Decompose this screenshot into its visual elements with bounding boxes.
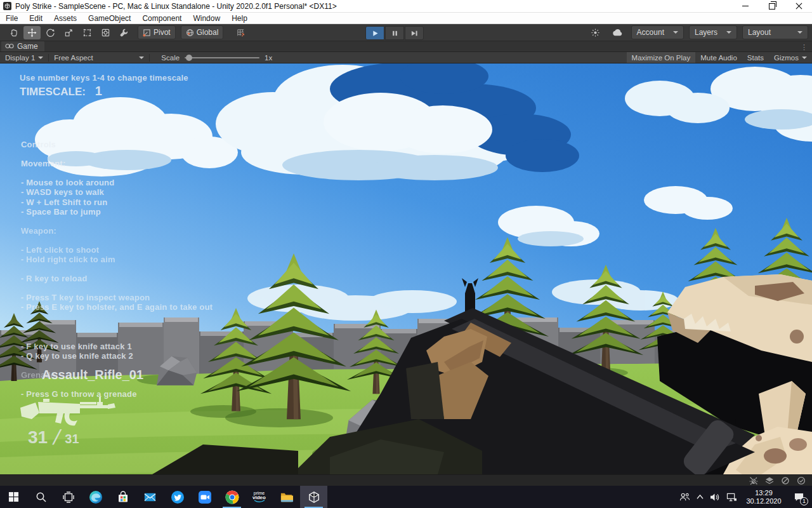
refresh-disabled-icon[interactable] — [781, 476, 790, 485]
playmode-controls — [365, 26, 424, 40]
mail-button[interactable] — [136, 486, 164, 508]
display-dropdown[interactable]: Display 1 — [0, 52, 48, 63]
chevron-down-icon — [38, 57, 43, 59]
hud-weapon-line: - Hold right click to aim — [21, 255, 115, 264]
minimize-button[interactable] — [732, 0, 759, 12]
rect-tool-button[interactable] — [79, 26, 96, 39]
bug-disabled-icon[interactable] — [749, 476, 758, 485]
panel-menu-icon[interactable]: ⋮ — [801, 43, 808, 51]
check-circle-icon[interactable] — [797, 476, 806, 485]
layout-dropdown[interactable]: Layout — [742, 25, 808, 39]
game-view-options: Maximize On Play Mute Audio Stats Gizmos — [627, 52, 812, 63]
start-button[interactable] — [0, 486, 27, 508]
file-explorer-button[interactable] — [273, 486, 300, 508]
action-center-button[interactable]: 1 — [790, 489, 807, 505]
transform-tool-button[interactable] — [97, 26, 114, 39]
move-icon — [27, 28, 37, 37]
microsoft-store-button[interactable] — [109, 486, 136, 508]
pivot-toggle[interactable]: Pivot — [138, 25, 176, 39]
minimize-icon — [742, 6, 749, 6]
hud-timescale-label: TIMESCALE: — [20, 86, 86, 98]
layers-dropdown[interactable]: Layers — [689, 25, 737, 39]
close-icon — [796, 3, 802, 10]
scale-tool-button[interactable] — [60, 26, 77, 39]
menu-file[interactable]: File — [0, 13, 23, 23]
rect-tool-icon — [82, 28, 92, 37]
global-label: Global — [197, 28, 219, 37]
mute-audio-toggle[interactable]: Mute Audio — [695, 52, 742, 63]
network-icon[interactable] — [726, 493, 737, 502]
game-tab-bar: Game ⋮ — [0, 41, 812, 52]
twitter-button[interactable] — [164, 486, 191, 508]
layout-label: Layout — [748, 28, 771, 37]
gizmos-label: Gizmos — [774, 54, 799, 62]
notification-badge: 1 — [800, 497, 808, 505]
pause-button[interactable] — [385, 26, 404, 40]
hud-knife-line: - F key to use knife attack 1 — [21, 342, 132, 351]
layers-label: Layers — [695, 28, 717, 37]
hud-reload-line: - R key to reload — [21, 274, 88, 283]
system-tray: 13:29 30.12.2020 1 — [679, 486, 812, 508]
rotate-tool-button[interactable] — [42, 26, 59, 39]
taskbar-search-button[interactable] — [27, 486, 55, 508]
ammo-max: 31 — [65, 431, 79, 447]
grid-snapping-button[interactable] — [232, 26, 249, 39]
store-icon — [117, 491, 129, 504]
account-dropdown[interactable]: Account — [631, 25, 684, 39]
volume-icon[interactable] — [710, 493, 721, 502]
hud-overlay: Use number keys 1-4 to change timescale … — [0, 64, 812, 474]
chrome-icon — [225, 490, 239, 504]
game-viewport[interactable]: Use number keys 1-4 to change timescale … — [0, 64, 812, 474]
taskbar-clock[interactable]: 13:29 30.12.2020 — [743, 489, 785, 505]
clock-date: 30.12.2020 — [746, 497, 781, 505]
windows-logo-icon — [8, 491, 19, 502]
chrome-button[interactable] — [218, 486, 246, 508]
clock-time: 13:29 — [755, 489, 773, 497]
video-label: video — [252, 495, 266, 500]
maximize-on-play-toggle[interactable]: Maximize On Play — [627, 52, 696, 63]
step-button[interactable] — [405, 26, 424, 40]
task-view-button[interactable] — [55, 486, 82, 508]
display-label: Display 1 — [5, 54, 35, 62]
aspect-dropdown[interactable]: Free Aspect — [49, 52, 149, 63]
scale-slider[interactable] — [185, 57, 259, 58]
custom-tool-button[interactable] — [115, 26, 133, 39]
ammo-current: 31 — [28, 428, 48, 447]
chevron-down-icon — [139, 57, 144, 59]
gizmos-dropdown[interactable]: Gizmos — [769, 52, 812, 63]
menu-component[interactable]: Component — [136, 13, 187, 23]
cloud-services-button[interactable] — [609, 26, 626, 39]
menu-gameobject[interactable]: GameObject — [82, 13, 136, 23]
close-button[interactable] — [785, 0, 812, 12]
global-toggle[interactable]: Global — [181, 25, 224, 39]
hud-timescale: TIMESCALE: 1 — [20, 84, 102, 98]
hidden-icons-chevron[interactable] — [696, 494, 704, 500]
hand-tool-button[interactable] — [5, 26, 22, 39]
people-icon[interactable] — [679, 492, 690, 502]
search-icon — [36, 491, 47, 503]
scale-label: Scale — [161, 54, 180, 62]
separator — [149, 54, 150, 62]
unity-taskbar-button[interactable] — [300, 486, 327, 508]
scale-slider-handle[interactable] — [186, 55, 192, 61]
maximize-on-play-label: Maximize On Play — [632, 54, 691, 62]
menu-window[interactable]: Window — [187, 13, 226, 23]
stats-toggle[interactable]: Stats — [742, 52, 769, 63]
chevron-down-icon — [802, 57, 807, 59]
aspect-label: Free Aspect — [54, 54, 93, 62]
move-tool-button[interactable] — [23, 26, 41, 39]
play-button[interactable] — [365, 26, 384, 40]
menu-help[interactable]: Help — [226, 13, 253, 23]
rotate-icon — [46, 28, 55, 37]
restore-button[interactable] — [759, 0, 785, 12]
zoom-button[interactable] — [191, 486, 218, 508]
menu-assets[interactable]: Assets — [48, 13, 82, 23]
search-button[interactable] — [587, 26, 604, 39]
menu-edit[interactable]: Edit — [23, 13, 48, 23]
stats-label: Stats — [747, 54, 764, 62]
tab-game[interactable]: Game — [1, 41, 44, 51]
layers-icon[interactable] — [765, 476, 774, 485]
edge-button[interactable] — [82, 486, 109, 508]
prime-video-button[interactable]: prime video — [246, 486, 273, 508]
unity-status-bar — [0, 474, 812, 486]
